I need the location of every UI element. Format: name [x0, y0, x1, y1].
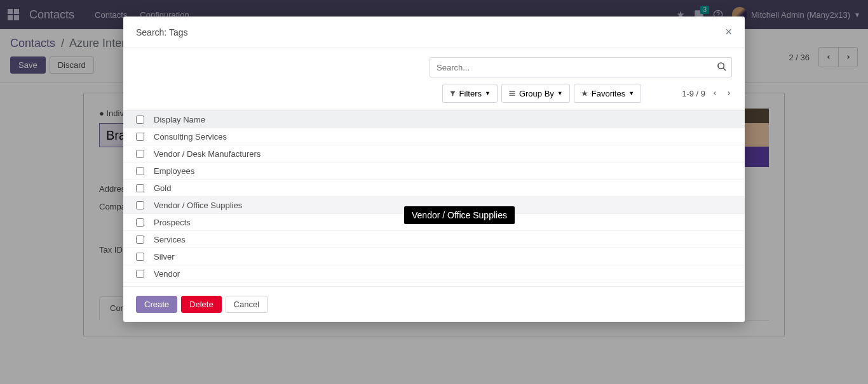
filters-button[interactable]: Filters ▼	[442, 84, 498, 103]
table-row[interactable]: Vendor / Office Supplies	[123, 197, 745, 214]
row-name: Vendor	[154, 269, 732, 279]
row-name: Vendor / Office Supplies	[154, 201, 732, 210]
search-tags-dialog: Search: Tags × Filters ▼ Group By ▼	[123, 17, 745, 322]
dialog-title: Search: Tags	[136, 27, 187, 37]
row-checkbox[interactable]	[136, 253, 144, 261]
row-name: Employees	[154, 166, 732, 176]
modal-pager-prev[interactable]	[712, 90, 718, 96]
table-row[interactable]: Consulting Services	[123, 128, 745, 145]
search-input[interactable]	[430, 57, 732, 77]
table-row[interactable]: Services	[123, 231, 745, 248]
close-icon[interactable]: ×	[725, 25, 732, 39]
cancel-button[interactable]: Cancel	[226, 296, 268, 313]
caret-down-icon: ▼	[485, 90, 491, 96]
row-name: Services	[154, 235, 732, 244]
row-checkbox[interactable]	[136, 150, 144, 158]
filters-label: Filters	[459, 89, 482, 98]
row-name: Prospects	[154, 218, 732, 227]
modal-pager-text[interactable]: 1-9 / 9	[682, 89, 705, 98]
row-checkbox[interactable]	[136, 133, 144, 141]
row-name: Consulting Services	[154, 132, 732, 142]
row-name: Gold	[154, 183, 732, 193]
tags-table: Display Name Consulting Services Vendor …	[123, 110, 745, 282]
groupby-label: Group By	[519, 89, 554, 98]
search-icon[interactable]	[717, 62, 727, 72]
table-row[interactable]: Vendor	[123, 265, 745, 282]
svg-point-1	[718, 63, 724, 69]
table-row[interactable]: Vendor / Desk Manufacturers	[123, 145, 745, 162]
row-name: Vendor / Desk Manufacturers	[154, 149, 732, 159]
row-checkbox[interactable]	[136, 167, 144, 175]
favorites-label: Favorites	[592, 89, 625, 98]
row-checkbox[interactable]	[136, 270, 144, 278]
row-name: Silver	[154, 252, 732, 262]
table-header-row: Display Name	[123, 111, 745, 128]
favorites-button[interactable]: Favorites ▼	[574, 84, 641, 103]
row-checkbox[interactable]	[136, 201, 144, 209]
create-button[interactable]: Create	[136, 296, 177, 313]
caret-down-icon: ▼	[628, 90, 634, 96]
table-row[interactable]: Prospects	[123, 214, 745, 231]
row-checkbox[interactable]	[136, 235, 144, 244]
select-all-checkbox[interactable]	[136, 116, 144, 124]
groupby-button[interactable]: Group By ▼	[501, 84, 570, 103]
caret-down-icon: ▼	[557, 90, 563, 96]
modal-pager-next[interactable]	[726, 90, 732, 96]
column-display-name[interactable]: Display Name	[154, 115, 732, 124]
row-checkbox[interactable]	[136, 218, 144, 227]
table-row[interactable]: Employees	[123, 162, 745, 180]
delete-button[interactable]: Delete	[181, 296, 222, 313]
table-row[interactable]: Silver	[123, 248, 745, 265]
row-checkbox[interactable]	[136, 184, 144, 192]
table-row[interactable]: Gold	[123, 180, 745, 197]
